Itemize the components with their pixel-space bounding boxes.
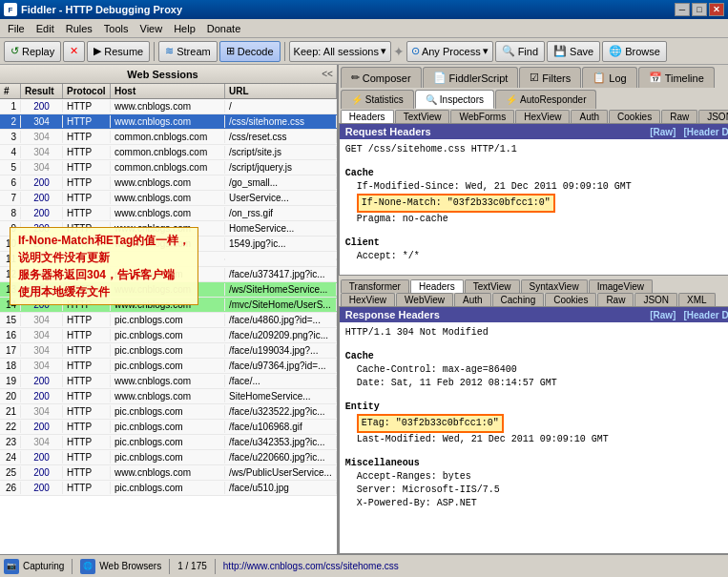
resp-tab-transformer[interactable]: Transformer [341,279,409,293]
annotation-line4: 使用本地缓存文件 [18,283,190,300]
tab-autoresponder[interactable]: ⚡ AutoResponder [495,90,597,109]
x-button[interactable]: ✕ [63,41,85,62]
cell-protocol: HTTP [63,314,111,326]
close-button[interactable]: ✕ [709,3,724,16]
cell-result: 200 [21,375,63,387]
request-headers-title: Request Headers [345,126,431,137]
req-tab-textview[interactable]: TextView [395,110,450,123]
resp-tab-caching[interactable]: Caching [492,293,545,306]
cell-protocol: HTTP [63,375,111,387]
req-tab-json[interactable]: JSON [698,110,728,123]
req-tab-headers[interactable]: Headers [341,110,394,123]
resp-tab-json[interactable]: JSON [634,293,677,306]
client-label: Client [345,237,728,250]
save-button[interactable]: 💾 Save [547,41,600,62]
table-row[interactable]: 16 304 HTTP pic.cnblogs.com /face/u20920… [0,328,337,343]
table-row[interactable]: 8 200 HTTP www.cnblogs.com /on_rss.gif [0,206,337,221]
req-tab-webforms[interactable]: WebForms [450,110,514,123]
process-label: Any Process [422,46,481,57]
fiddlerscript-icon: 📄 [433,72,447,84]
table-row[interactable]: 5 304 HTTP common.cnblogs.com /script/jq… [0,160,337,175]
table-row[interactable]: 23 304 HTTP pic.cnblogs.com /face/u34235… [0,435,337,450]
menu-help[interactable]: Help [168,21,201,36]
sessions-table[interactable]: # Result Protocol Host URL 1 200 HTTP ww… [0,84,337,554]
resp-tab-auth[interactable]: Auth [454,293,491,306]
keep-dropdown[interactable]: Keep: All sessions ▾ [289,41,391,62]
tab-fiddlerscript[interactable]: 📄 FiddlerScript [423,67,519,88]
req-tab-hexview[interactable]: HexView [515,110,570,123]
cell-protocol: HTTP [63,360,111,372]
resp-tab-syntaxview[interactable]: SyntaxView [521,279,588,293]
table-row[interactable]: 3 304 HTTP common.cnblogs.com /css/reset… [0,130,337,145]
table-row[interactable]: 26 200 HTTP pic.cnblogs.com /face/u510.j… [0,481,337,496]
table-row[interactable]: 1 200 HTTP www.cnblogs.com / [0,99,337,114]
menu-tools[interactable]: Tools [98,21,135,36]
table-row[interactable]: 17 304 HTTP pic.cnblogs.com /face/u19903… [0,343,337,359]
req-tab-cookies[interactable]: Cookies [609,110,660,123]
resume-icon: ▶ [94,45,101,57]
resp-tab-cookies[interactable]: Cookies [545,293,596,306]
title-bar-controls[interactable]: ─ □ ✕ [675,3,724,16]
annotation-box: If-None-Match和ETag的值一样， 说明文件没有更新 服务器将返回3… [10,227,198,305]
resp-tab-imageview[interactable]: ImageView [589,279,653,293]
table-row[interactable]: 6 200 HTTP www.cnblogs.com /go_small... [0,175,337,191]
find-button[interactable]: 🔍 Find [495,41,545,62]
cell-result: 304 [21,115,63,128]
menu-donate[interactable]: Donate [201,21,246,36]
toolbar-separator-1 [154,42,155,61]
resp-tab-headers[interactable]: Headers [410,279,464,293]
resp-tab-raw[interactable]: Raw [597,293,634,306]
tab-filters[interactable]: ☑ Filters [519,67,581,88]
cell-result: 304 [21,436,63,448]
cell-host: www.cnblogs.com [111,466,225,479]
table-row[interactable]: 21 304 HTTP pic.cnblogs.com /face/u32352… [0,404,337,420]
tab-log[interactable]: 📋 Log [582,67,636,88]
table-row[interactable]: 7 200 HTTP www.cnblogs.com UserService..… [0,191,337,206]
request-header-def-link[interactable]: [Header Definitions] [683,127,728,137]
col-header-host[interactable]: Host [111,84,225,98]
table-row[interactable]: 22 200 HTTP pic.cnblogs.com /face/u10696… [0,420,337,435]
req-tab-raw[interactable]: Raw [661,110,697,123]
resp-tab-textview[interactable]: TextView [465,279,520,293]
resume-button[interactable]: ▶ Resume [87,41,150,62]
minimize-button[interactable]: ─ [675,3,690,16]
response-content: HTTP/1.1 304 Not Modified Cache Cache-Co… [340,322,728,514]
decode-button[interactable]: ⊞ Decode [219,41,281,62]
table-row[interactable]: 25 200 HTTP www.cnblogs.com /ws/PublicUs… [0,465,337,481]
menu-rules[interactable]: Rules [60,21,98,36]
resp-tab-xml[interactable]: XML [678,293,716,306]
table-row[interactable]: 18 304 HTTP pic.cnblogs.com /face/u97364… [0,359,337,374]
col-header-url[interactable]: URL [225,84,337,98]
table-row[interactable]: 15 304 HTTP pic.cnblogs.com /face/u4860.… [0,313,337,328]
cell-url: /face/u323522.jpg?ic... [225,405,337,418]
menu-edit[interactable]: Edit [31,21,60,36]
table-row[interactable]: 2 304 HTTP www.cnblogs.com /css/sitehome… [0,114,337,130]
resp-tab-hexview[interactable]: HexView [341,293,395,306]
tab-statistics[interactable]: ⚡ Statistics [341,90,414,109]
cell-protocol: HTTP [63,344,111,357]
table-row[interactable]: 24 200 HTTP pic.cnblogs.com /face/u22066… [0,450,337,465]
tab-composer[interactable]: ✏ Composer [341,67,422,88]
menu-view[interactable]: View [135,21,169,36]
browse-button[interactable]: 🌐 Browse [602,41,667,62]
response-raw-link[interactable]: [Raw] [650,310,676,320]
stream-button[interactable]: ≋ Stream [158,41,217,62]
request-raw-link[interactable]: [Raw] [650,127,676,137]
req-tab-auth[interactable]: Auth [571,110,608,123]
replay-button[interactable]: ↺ Replay [4,41,61,62]
maximize-button[interactable]: □ [692,3,707,16]
col-header-protocol[interactable]: Protocol [63,84,111,98]
table-row[interactable]: 20 200 HTTP www.cnblogs.com SiteHomeServ… [0,389,337,404]
resp-tab-webview[interactable]: WebView [396,293,453,306]
request-tab-row: Headers TextView WebForms HexView Auth C… [339,109,728,123]
collapse-button[interactable]: << [322,69,333,79]
tab-inspectors[interactable]: 🔍 Inspectors [415,90,494,109]
tab-timeline[interactable]: 📅 Timeline [638,67,715,88]
process-dropdown[interactable]: ⊙ Any Process ▾ [406,41,493,62]
col-header-result[interactable]: Result [21,84,63,98]
response-header-def-link[interactable]: [Header Definitions] [683,310,728,320]
cell-protocol: HTTP [63,131,111,143]
table-row[interactable]: 19 200 HTTP www.cnblogs.com /face/... [0,374,337,389]
menu-file[interactable]: File [2,21,31,36]
table-row[interactable]: 4 304 HTTP common.cnblogs.com /script/si… [0,145,337,160]
